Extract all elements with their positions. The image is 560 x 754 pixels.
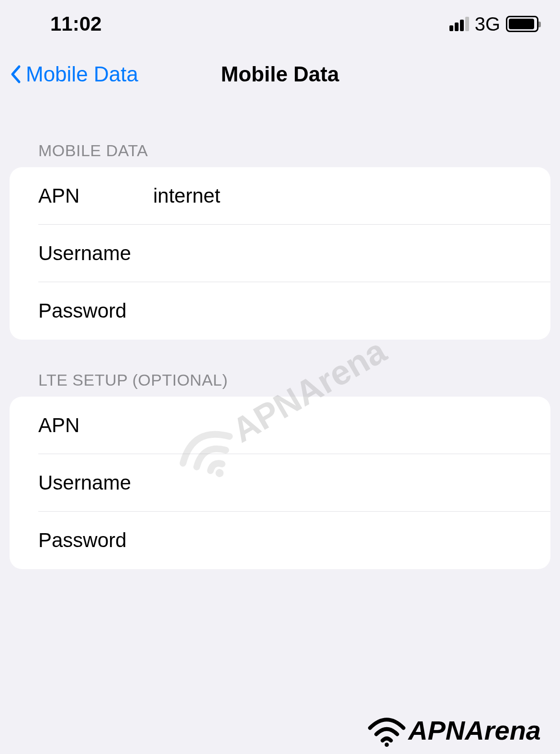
section-header-lte: LTE SETUP (OPTIONAL) (0, 371, 560, 397)
back-button[interactable]: Mobile Data (10, 62, 138, 86)
lte-apn-row[interactable]: APN (38, 397, 550, 454)
chevron-left-icon (10, 65, 21, 84)
watermark-bottom-text: APNArena (408, 715, 541, 746)
wifi-icon (365, 713, 408, 747)
signal-icon (449, 17, 469, 31)
username-label: Username (38, 242, 153, 265)
password-row[interactable]: Password (10, 282, 550, 340)
apn-label: APN (38, 184, 153, 207)
apn-input[interactable] (153, 184, 522, 207)
password-label: Password (38, 299, 153, 322)
mobile-data-section: MOBILE DATA APN Username Password (0, 141, 560, 340)
status-indicators: 3G (449, 13, 538, 35)
username-row[interactable]: Username (38, 225, 550, 282)
lte-section: LTE SETUP (OPTIONAL) APN Username Passwo… (0, 371, 560, 569)
section-header-mobile-data: MOBILE DATA (0, 141, 560, 167)
watermark-bottom: APNArena (365, 713, 541, 747)
lte-username-input[interactable] (153, 471, 522, 494)
username-input[interactable] (153, 242, 522, 265)
mobile-data-group: APN Username Password (10, 167, 550, 340)
page-title: Mobile Data (221, 62, 339, 86)
lte-password-input[interactable] (153, 529, 522, 552)
svg-point-1 (385, 743, 389, 747)
status-time: 11:02 (50, 12, 101, 35)
network-type-label: 3G (475, 13, 500, 35)
lte-username-row[interactable]: Username (38, 454, 550, 512)
lte-group: APN Username Password (10, 397, 550, 569)
lte-password-row[interactable]: Password (10, 512, 550, 569)
lte-username-label: Username (38, 471, 153, 494)
status-bar: 11:02 3G (0, 0, 560, 48)
lte-password-label: Password (38, 529, 153, 552)
lte-apn-input[interactable] (153, 414, 522, 437)
back-label: Mobile Data (26, 62, 138, 86)
navigation-bar: Mobile Data Mobile Data (0, 48, 560, 110)
lte-apn-label: APN (38, 414, 153, 437)
password-input[interactable] (153, 299, 522, 322)
battery-icon (506, 16, 538, 32)
apn-row[interactable]: APN (38, 167, 550, 225)
